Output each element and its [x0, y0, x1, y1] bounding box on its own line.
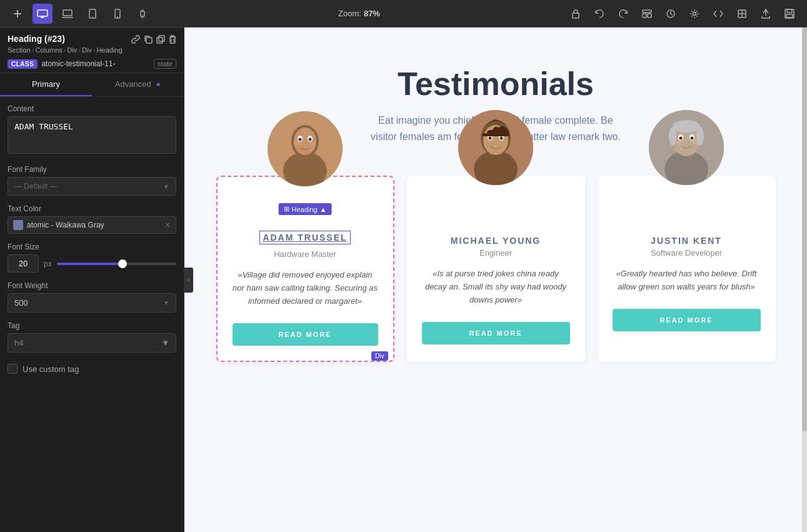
font-weight-value: 500 — [14, 298, 28, 308]
export-icon[interactable] — [756, 4, 776, 24]
content-label: Content — [8, 104, 176, 113]
copy-icon[interactable] — [144, 35, 153, 46]
heading-tooltip: ⊞ Heading ▲ — [279, 203, 332, 215]
tag-select[interactable]: h4 ▼ — [8, 333, 176, 353]
panel-header: Heading (#23) Sectio — [0, 28, 184, 73]
testimonials-section: Testimonials Eat imagine you chiefly few… — [184, 28, 807, 532]
svg-rect-26 — [787, 9, 792, 13]
grid-icon[interactable] — [732, 4, 752, 24]
svg-point-39 — [294, 128, 316, 155]
tag-value: h4 — [14, 338, 23, 348]
undo-icon[interactable] — [589, 4, 609, 24]
state-badge: state — [154, 59, 176, 69]
custom-tag-label: Use custom tag — [23, 364, 79, 374]
tab-advanced[interactable]: Advanced ● — [92, 73, 184, 96]
read-more-btn-1[interactable]: READ MORE — [233, 323, 378, 346]
svg-rect-27 — [786, 14, 793, 18]
duplicate-icon[interactable] — [156, 35, 165, 46]
person-quote-3: «Greatly hearted has who believe. Drift … — [613, 268, 761, 294]
svg-rect-11 — [141, 11, 144, 16]
tablet-icon[interactable] — [83, 4, 103, 24]
text-color-label: Text Color — [8, 204, 176, 213]
read-more-btn-3[interactable]: READ MORE — [613, 309, 761, 331]
collapse-panel-button[interactable]: ‹ — [184, 268, 193, 293]
tab-primary[interactable]: Primary — [0, 73, 92, 96]
person-role-1: Hardware Master — [274, 249, 336, 259]
font-size-row: px — [8, 254, 176, 273]
font-size-slider[interactable] — [57, 263, 176, 265]
lock-icon[interactable] — [566, 4, 586, 24]
testimonial-card-3[interactable]: JUSTIN KENT Software Developer «Greatly … — [598, 176, 776, 361]
laptop-icon[interactable] — [58, 4, 78, 24]
person-name-2: MICHAEL YOUNG — [451, 236, 541, 246]
desktop-icon[interactable] — [33, 4, 53, 24]
svg-point-65 — [696, 127, 704, 146]
save-icon[interactable] — [779, 4, 799, 24]
font-weight-select[interactable]: 500 ▼ — [8, 293, 176, 313]
heading-tooltip-icon: ⊞ — [284, 205, 289, 213]
color-selector[interactable]: atomic - Waikawa Gray ✕ — [8, 216, 176, 234]
slider-fill — [57, 263, 123, 265]
svg-point-59 — [679, 137, 683, 140]
person-name-3: JUSTIN KENT — [651, 236, 722, 246]
mobile-icon[interactable] — [108, 4, 128, 24]
svg-point-60 — [691, 137, 694, 140]
color-tag: atomic - Waikawa Gray — [27, 221, 161, 229]
font-family-label: Font Family — [8, 165, 176, 174]
custom-tag-checkbox[interactable] — [8, 364, 18, 374]
history-icon[interactable] — [661, 4, 681, 24]
heading-tooltip-container: ⊞ Heading ▲ ADAM TRUSSEL — [259, 221, 350, 247]
settings-icon[interactable] — [684, 4, 704, 24]
font-size-label: Font Size — [8, 243, 176, 251]
code-icon[interactable] — [708, 4, 728, 24]
font-size-field: Font Size px — [8, 243, 176, 273]
layout-icon[interactable] — [637, 4, 657, 24]
svg-rect-18 — [643, 14, 646, 18]
canvas-scrollbar[interactable] — [802, 28, 807, 532]
color-swatch — [13, 220, 23, 230]
svg-point-64 — [669, 127, 676, 146]
person-quote-1: «Village did removed enjoyed explain nor… — [233, 269, 378, 308]
text-color-field: Text Color atomic - Waikawa Gray ✕ — [8, 204, 176, 234]
svg-rect-19 — [648, 14, 651, 18]
avatar-3 — [649, 110, 724, 185]
svg-rect-17 — [643, 10, 651, 13]
add-icon[interactable] — [8, 4, 28, 24]
zoom-value: 87% — [364, 9, 380, 18]
testimonial-card-1[interactable]: ⊞ Heading ▲ ADAM TRUSSEL Hardware Master… — [216, 176, 394, 361]
breadcrumb: Section › Columns › Div › Div › Heading — [8, 46, 176, 54]
content-textarea[interactable] — [8, 116, 176, 154]
svg-point-53 — [500, 137, 503, 140]
toolbar-right-actions — [566, 4, 799, 24]
font-family-select[interactable]: — Default — ▼ — [8, 177, 176, 196]
panel-content: Content Font Family — Default — ▼ Text C… — [0, 97, 184, 381]
color-remove-icon[interactable]: ✕ — [164, 221, 171, 229]
element-title: Heading (#23) — [8, 34, 65, 44]
person-name-1: ADAM TRUSSEL — [259, 231, 350, 244]
delete-icon[interactable] — [169, 35, 176, 46]
main-toolbar: Zoom: 87% — [0, 0, 807, 28]
tag-label: Tag — [8, 321, 176, 330]
font-size-input[interactable] — [8, 254, 39, 273]
canvas-area[interactable]: ‹ Testimonials Eat imagine you chiefly f… — [184, 28, 807, 532]
section-title: Testimonials — [209, 65, 782, 103]
svg-rect-32 — [170, 37, 175, 43]
read-more-btn-2[interactable]: READ MORE — [422, 322, 570, 344]
testimonial-card-2[interactable]: MICHAEL YOUNG Engineer «Is at purse trie… — [407, 176, 585, 361]
redo-icon[interactable] — [613, 4, 633, 24]
main-layout: Heading (#23) Sectio — [0, 28, 807, 532]
person-role-3: Software Developer — [651, 248, 722, 258]
svg-rect-29 — [157, 38, 163, 43]
person-role-2: Engineer — [479, 248, 512, 258]
slider-thumb — [118, 259, 127, 268]
link-icon[interactable] — [131, 35, 140, 46]
svg-point-21 — [693, 12, 696, 15]
scrollbar-thumb — [802, 28, 807, 431]
custom-tag-row: Use custom tag — [8, 364, 176, 374]
watch-icon[interactable] — [133, 4, 153, 24]
svg-rect-2 — [38, 10, 48, 16]
svg-rect-30 — [159, 36, 164, 41]
svg-rect-5 — [63, 10, 72, 16]
zoom-label: Zoom: — [338, 9, 361, 18]
svg-point-62 — [691, 141, 698, 144]
